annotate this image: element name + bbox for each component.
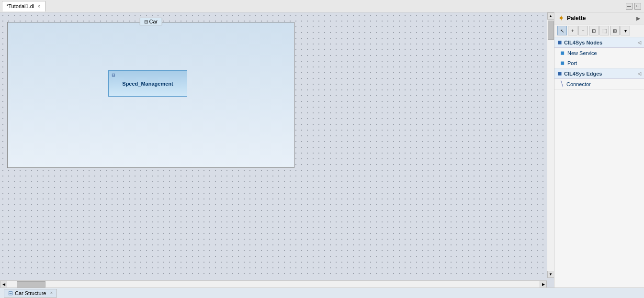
- editor-tab[interactable]: *Tutorial1.di ×: [2, 1, 45, 11]
- port-icon: ◼: [560, 60, 565, 66]
- edges-section: ◼ CIL4Sys Edges ◁ ╱ Connector: [554, 68, 644, 89]
- new-service-icon: ◼: [560, 50, 565, 56]
- minimize-btn[interactable]: —: [626, 3, 633, 10]
- zoom-out-tool-btn[interactable]: −: [578, 26, 588, 35]
- connector-item[interactable]: ╱ Connector: [554, 79, 644, 89]
- nodes-section: ◼ CIL4Sys Nodes ◁ ◼ New Service ◼ Port: [554, 37, 644, 68]
- scroll-down-btn[interactable]: ▼: [547, 271, 554, 278]
- fit-window-tool-btn[interactable]: ⊡: [589, 26, 599, 35]
- palette-expand-btn[interactable]: ▶: [636, 16, 640, 21]
- canvas-area[interactable]: Car ⊟ Speed_Management ▲ ▼ ◀ ▶: [0, 12, 554, 287]
- new-service-label: New Service: [567, 50, 597, 56]
- dropdown-tool-btn[interactable]: ▾: [621, 26, 630, 35]
- node-label: Speed_Management: [122, 81, 173, 87]
- scrollbar-h-thumb[interactable]: [17, 281, 45, 287]
- status-bar: ⊟ Car Structure ×: [0, 287, 644, 298]
- palette-header: ✦ Palette ▶: [554, 12, 644, 24]
- canvas-grid: Car ⊟ Speed_Management: [0, 12, 554, 278]
- port-label: Port: [567, 60, 577, 66]
- connector-icon: ╱: [558, 80, 565, 87]
- marquee-tool-btn[interactable]: ⬚: [599, 26, 609, 35]
- extras-tool-btn[interactable]: ⊞: [610, 26, 620, 35]
- port-item[interactable]: ◼ Port: [554, 58, 644, 68]
- tab-label: *Tutorial1.di: [6, 3, 34, 9]
- scrollbar-v-thumb[interactable]: [548, 21, 554, 40]
- car-structure-label: Car Structure: [15, 290, 46, 296]
- nodes-section-collapse-icon[interactable]: ◁: [638, 40, 641, 45]
- node-icon: ⊟: [112, 73, 115, 77]
- car-structure-tab[interactable]: ⊟ Car Structure ×: [4, 289, 57, 298]
- palette-toolbar: ↖ + − ⊡ ⬚ ⊞ ▾: [554, 24, 644, 37]
- main-content: Car ⊟ Speed_Management ▲ ▼ ◀ ▶: [0, 12, 644, 287]
- palette-panel: ✦ Palette ▶ ↖ + − ⊡ ⬚ ⊞ ▾ ◼ CIL4Sys Node…: [554, 12, 644, 287]
- tab-close-btn[interactable]: ×: [36, 4, 41, 9]
- window-controls: — □: [626, 3, 641, 10]
- connector-label: Connector: [566, 81, 591, 87]
- scrollbar-h-track[interactable]: [7, 281, 540, 287]
- edges-section-icon: ◼: [557, 70, 562, 77]
- car-diagram-block[interactable]: Car ⊟ Speed_Management: [7, 22, 294, 168]
- nodes-section-header[interactable]: ◼ CIL4Sys Nodes ◁: [554, 37, 644, 48]
- nodes-section-label: CIL4Sys Nodes: [564, 40, 602, 45]
- car-structure-icon: ⊟: [8, 290, 13, 297]
- new-service-item[interactable]: ◼ New Service: [554, 48, 644, 58]
- horizontal-scrollbar[interactable]: ◀ ▶: [0, 280, 547, 287]
- scroll-up-btn[interactable]: ▲: [547, 12, 554, 20]
- select-tool-btn[interactable]: ↖: [557, 26, 567, 35]
- speed-management-node[interactable]: ⊟ Speed_Management: [108, 70, 187, 97]
- edges-section-label: CIL4Sys Edges: [564, 71, 602, 77]
- zoom-in-tool-btn[interactable]: +: [568, 26, 577, 35]
- edges-section-header[interactable]: ◼ CIL4Sys Edges ◁: [554, 68, 644, 79]
- edges-section-collapse-icon[interactable]: ◁: [638, 71, 641, 76]
- car-structure-close[interactable]: ×: [50, 290, 53, 296]
- car-block-title: Car: [140, 18, 162, 25]
- scroll-left-btn[interactable]: ◀: [0, 281, 7, 288]
- nodes-section-icon: ◼: [557, 39, 562, 45]
- scroll-right-btn[interactable]: ▶: [540, 281, 547, 288]
- scrollbar-v-track[interactable]: [547, 20, 554, 271]
- maximize-btn[interactable]: □: [634, 3, 641, 10]
- vertical-scrollbar[interactable]: ▲ ▼: [547, 12, 554, 278]
- palette-title: Palette: [567, 15, 586, 22]
- palette-icon: ✦: [558, 14, 564, 22]
- title-bar: *Tutorial1.di × — □: [0, 0, 644, 12]
